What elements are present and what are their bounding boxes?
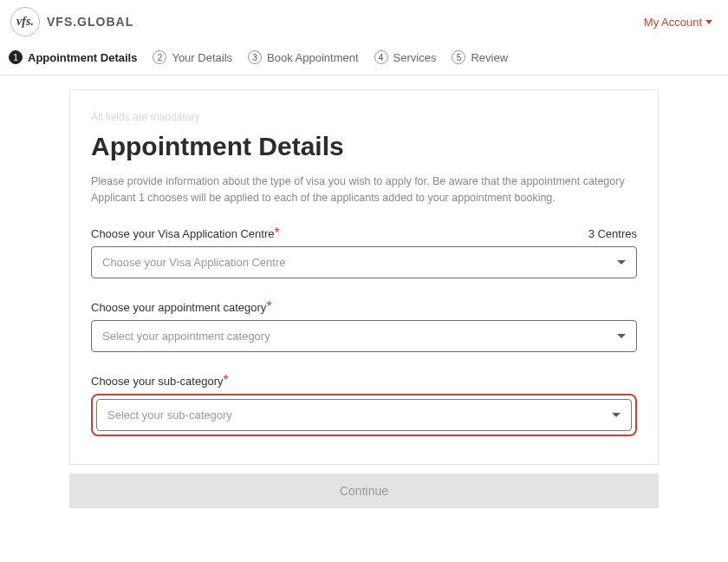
step-badge: 2	[153, 50, 166, 64]
required-mark: *	[275, 225, 280, 240]
step-badge: 4	[374, 50, 388, 64]
mandatory-note: All fields are mandatory	[91, 111, 637, 123]
chevron-down-icon	[705, 20, 712, 24]
step-badge: 3	[248, 50, 262, 64]
step-badge: 5	[452, 50, 465, 64]
page-title: Appointment Details	[91, 132, 637, 161]
step-label: Services	[393, 51, 437, 64]
field-header: Choose your Visa Application Centre* 3 C…	[91, 225, 637, 241]
form-panel: All fields are mandatory Appointment Det…	[69, 89, 659, 465]
field-label: Choose your Visa Application Centre	[91, 227, 275, 240]
field-header: Choose your sub-category*	[91, 373, 637, 389]
visa-centre-select[interactable]: Choose your Visa Application Centre	[91, 246, 637, 278]
select-placeholder: Select your sub-category	[107, 408, 232, 422]
continue-bar: Continue	[69, 474, 659, 508]
step-nav: 1 Appointment Details 2 Your Details 3 B…	[0, 42, 728, 75]
field-label: Choose your appointment category	[91, 301, 266, 314]
required-mark: *	[223, 373, 228, 388]
field-label: Choose your sub-category	[91, 375, 223, 388]
topbar: vfs. VFS.GLOBAL My Account	[0, 0, 728, 42]
sub-category-select[interactable]: Select your sub-category	[96, 399, 632, 431]
step-appointment-details[interactable]: 1 Appointment Details	[9, 50, 137, 64]
appointment-category-select[interactable]: Select your appointment category	[91, 320, 637, 352]
required-mark: *	[266, 299, 271, 314]
logo-icon: vfs.	[10, 7, 40, 36]
step-services[interactable]: 4 Services	[374, 50, 437, 64]
my-account-menu[interactable]: My Account	[644, 16, 712, 29]
brand-name: VFS.GLOBAL	[47, 15, 133, 29]
field-appointment-category: Choose your appointment category* Select…	[91, 299, 637, 352]
continue-button[interactable]: Continue	[69, 474, 659, 508]
highlight-sub-category: Select your sub-category	[91, 394, 637, 436]
page-description: Please provide information about the typ…	[91, 173, 637, 206]
my-account-label: My Account	[644, 16, 702, 29]
brand: vfs. VFS.GLOBAL	[10, 7, 133, 36]
step-your-details[interactable]: 2 Your Details	[153, 50, 232, 64]
step-book-appointment[interactable]: 3 Book Appointment	[248, 50, 359, 64]
step-label: Book Appointment	[267, 51, 359, 64]
field-sub-category: Choose your sub-category* Select your su…	[91, 373, 637, 436]
step-review[interactable]: 5 Review	[452, 50, 508, 64]
centre-count: 3 Centres	[588, 227, 637, 240]
chevron-down-icon	[617, 334, 626, 338]
select-placeholder: Choose your Visa Application Centre	[102, 256, 286, 269]
chevron-down-icon	[612, 413, 621, 417]
step-label: Your Details	[172, 51, 232, 64]
select-placeholder: Select your appointment category	[102, 330, 270, 343]
field-header: Choose your appointment category*	[91, 299, 637, 315]
field-visa-centre: Choose your Visa Application Centre* 3 C…	[91, 225, 637, 278]
step-label: Review	[471, 51, 508, 64]
step-label: Appointment Details	[28, 51, 137, 64]
step-badge: 1	[9, 50, 23, 64]
chevron-down-icon	[617, 260, 626, 265]
